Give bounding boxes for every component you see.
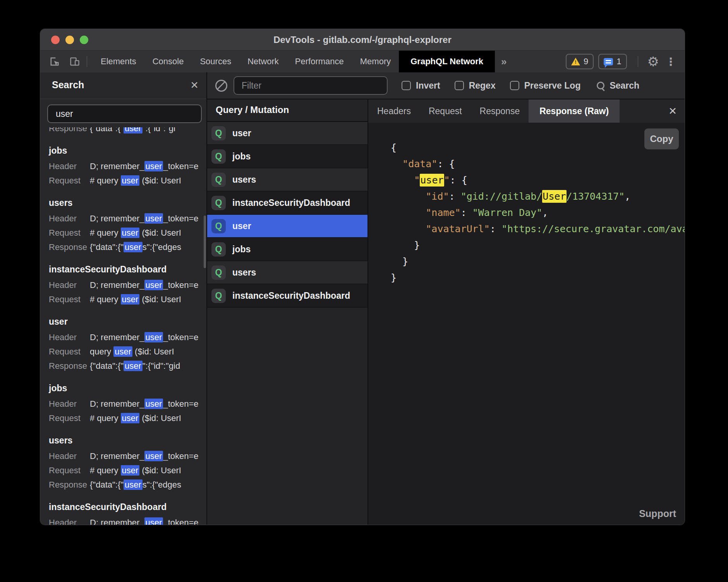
search-result-group-title[interactable]: jobs — [49, 383, 203, 394]
regex-checkbox[interactable] — [455, 81, 464, 90]
search-hit-highlight: user — [144, 451, 163, 461]
search-result-row[interactable]: Request# query user ($id: UserI — [49, 173, 203, 188]
search-hit-highlight: user — [124, 479, 143, 490]
result-field-label: Request — [49, 226, 90, 240]
search-panel-title: Search — [52, 79, 84, 91]
search-result-group-title[interactable]: users — [49, 435, 203, 446]
kebab-menu-icon[interactable]: ⋮ — [665, 55, 676, 68]
preserve-log-checkbox-group[interactable]: Preserve Log — [510, 80, 581, 91]
search-close-icon[interactable]: ✕ — [190, 79, 199, 91]
request-row-label: user — [232, 221, 251, 231]
search-result-row[interactable]: HeaderD; remember_user_token=e — [49, 159, 203, 173]
query-type-badge: Q — [211, 126, 226, 140]
clear-block-icon[interactable] — [215, 80, 227, 92]
support-link[interactable]: Support — [639, 508, 676, 519]
json-line: } — [391, 270, 685, 286]
tab-response-raw[interactable]: Response (Raw) — [529, 99, 620, 123]
search-result-row[interactable]: HeaderD; remember_user_token=e — [49, 211, 203, 226]
invert-checkbox-group[interactable]: Invert — [402, 80, 440, 91]
tab-request[interactable]: Request — [420, 99, 471, 123]
result-field-label: Response — [49, 127, 90, 135]
query-type-badge: Q — [211, 173, 226, 187]
search-result-row[interactable]: HeaderD; remember_user_token=e — [49, 515, 203, 525]
result-field-label: Request — [49, 344, 90, 359]
tab-console[interactable]: Console — [144, 51, 192, 72]
search-result-row[interactable]: Request# query user ($id: UserI — [49, 226, 203, 240]
request-row-jobs[interactable]: Qjobs — [207, 145, 367, 168]
warnings-badge[interactable]: ! 9 — [566, 54, 594, 69]
search-toggle[interactable]: Search — [597, 80, 639, 91]
invert-checkbox[interactable] — [402, 81, 411, 90]
query-type-badge: Q — [211, 149, 226, 164]
network-filter-bar: Invert Regex Preserve Log Search — [207, 72, 685, 99]
result-field-label: Header — [49, 159, 90, 173]
search-result-row[interactable]: HeaderD; remember_user_token=e — [49, 397, 203, 411]
request-row-instanceSecurityDashboard[interactable]: QinstanceSecurityDashboard — [207, 284, 367, 308]
tab-elements[interactable]: Elements — [93, 51, 144, 72]
search-hit-highlight: user — [121, 228, 140, 238]
search-result-row[interactable]: Request# query user ($id: UserI — [49, 292, 203, 306]
search-result-group-title[interactable]: jobs — [49, 146, 203, 156]
search-hit-highlight: User — [542, 190, 566, 203]
request-row-user[interactable]: Quser — [207, 122, 367, 145]
search-result-row[interactable]: HeaderD; remember_user_token=e — [49, 278, 203, 292]
toolbar-separator — [638, 56, 638, 67]
search-hit-highlight: user — [124, 127, 143, 134]
toolbar-separator — [87, 56, 87, 67]
tab-response[interactable]: Response — [471, 99, 529, 123]
search-result-group-title[interactable]: users — [49, 198, 203, 208]
tab-headers[interactable]: Headers — [368, 99, 420, 123]
issues-badge[interactable]: 1 — [598, 54, 627, 69]
request-row-user-selected[interactable]: Quser — [207, 215, 367, 238]
search-result-row[interactable]: Request# query user ($id: UserI — [49, 463, 203, 478]
result-field-label: Request — [49, 411, 90, 425]
inspect-element-icon[interactable] — [49, 56, 60, 67]
preserve-log-checkbox[interactable] — [510, 81, 519, 90]
request-row-jobs[interactable]: Qjobs — [207, 238, 367, 261]
device-toolbar-icon[interactable] — [69, 56, 81, 67]
result-field-label: Header — [49, 211, 90, 226]
settings-gear-icon[interactable]: ⚙ — [647, 55, 659, 68]
regex-checkbox-group[interactable]: Regex — [455, 80, 496, 91]
more-tabs-chevron-icon[interactable]: » — [495, 56, 513, 68]
json-line: { — [391, 140, 685, 156]
search-result-row[interactable]: Response{"data":{"users":{"edges — [49, 240, 203, 254]
search-hit-highlight: user — [144, 280, 163, 290]
result-field-label: Header — [49, 515, 90, 525]
result-field-label: Request — [49, 173, 90, 188]
search-result-row[interactable]: HeaderD; remember_user_token=e — [49, 449, 203, 463]
details-close-icon[interactable]: ✕ — [661, 99, 685, 123]
tab-sources[interactable]: Sources — [192, 51, 239, 72]
search-results-list[interactable]: Response{"data":{"user":{"id":"gijobsHea… — [40, 127, 203, 525]
search-result-row[interactable]: Request# query user ($id: UserI — [49, 411, 203, 425]
query-type-badge: Q — [211, 196, 226, 210]
search-result-row[interactable]: Response{"data":{"users":{"edges — [49, 478, 203, 492]
details-panel: HeadersRequestResponse Response (Raw) ✕ … — [368, 99, 685, 525]
tab-network[interactable]: Network — [239, 51, 287, 72]
search-result-row[interactable]: HeaderD; remember_user_token=e — [49, 330, 203, 344]
tab-memory[interactable]: Memory — [352, 51, 399, 72]
tab-graphql-network[interactable]: GraphQL Network — [399, 51, 495, 72]
search-result-group-title[interactable]: instanceSecurityDashboard — [49, 264, 203, 275]
scrollbar-thumb[interactable] — [204, 216, 206, 268]
json-line: } — [391, 237, 685, 253]
search-result-row[interactable]: Response{"data":{"user":{"id":"gid — [49, 359, 203, 373]
search-result-group-title[interactable]: user — [49, 317, 203, 327]
search-input[interactable] — [47, 104, 202, 123]
search-result-group-title[interactable]: instanceSecurityDashboard — [49, 502, 203, 512]
json-response-body[interactable]: { "data": { "user": { "id": "gid://gitla… — [391, 140, 685, 286]
search-result-row[interactable]: Requestquery user ($id: UserI — [49, 344, 203, 359]
request-row-label: jobs — [232, 244, 251, 255]
request-row-users[interactable]: Qusers — [207, 168, 367, 192]
search-hit-highlight: user — [121, 413, 140, 423]
json-line: "id": "gid://gitlab/User/13704317", — [391, 188, 685, 205]
response-raw-content: Copy { "data": { "user": { "id": "gid://… — [368, 123, 685, 525]
filter-input[interactable] — [234, 76, 388, 95]
request-row-instanceSecurityDashboard[interactable]: QinstanceSecurityDashboard — [207, 192, 367, 215]
query-mutation-panel: Query / Mutation QuserQjobsQusersQinstan… — [207, 99, 368, 525]
result-field-label: Header — [49, 449, 90, 463]
request-row-users[interactable]: Qusers — [207, 261, 367, 284]
search-result-row-clipped[interactable]: Response{"data":{"user":{"id":"gi — [49, 127, 203, 135]
tab-performance[interactable]: Performance — [287, 51, 352, 72]
request-row-label: users — [232, 267, 256, 278]
